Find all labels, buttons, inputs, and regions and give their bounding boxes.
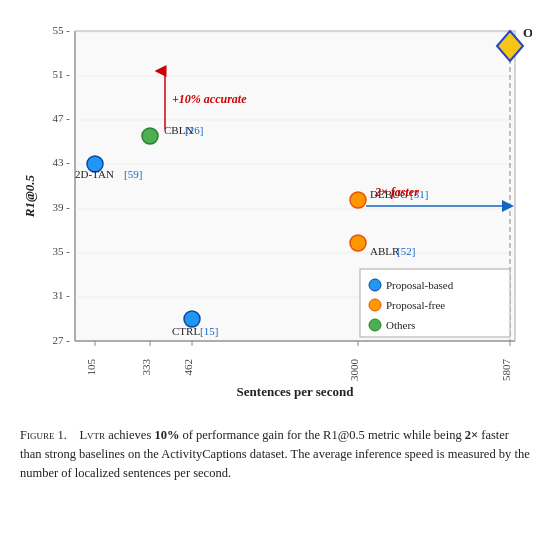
- xtick-5807: 5807: [500, 359, 512, 382]
- xtick-333: 333: [140, 359, 152, 376]
- main-container: R1@0.5 27 - 31 - 35 - 39 - 43 - 47 - 51 …: [0, 0, 552, 498]
- svg-point-23: [369, 299, 381, 311]
- svg-point-22: [369, 279, 381, 291]
- speed-gain: 2×: [465, 428, 478, 442]
- caption-text: Lvtr achieves 10% of performance gain fo…: [20, 428, 530, 480]
- chart-area: R1@0.5 27 - 31 - 35 - 39 - 43 - 47 - 51 …: [20, 16, 532, 416]
- label-cbln-ref: [26]: [185, 124, 203, 136]
- legend-others: Others: [386, 319, 415, 331]
- svg-point-24: [369, 319, 381, 331]
- y-axis-label: R1@0.5: [22, 174, 37, 218]
- chart-svg: R1@0.5 27 - 31 - 35 - 39 - 43 - 47 - 51 …: [20, 16, 532, 416]
- ytick-39: 39 -: [53, 201, 71, 213]
- annotation-accurate: +10% accurate: [172, 92, 247, 106]
- point-cbln: [142, 128, 158, 144]
- label-ablr-ref: [52]: [397, 245, 415, 257]
- xtick-462: 462: [182, 359, 194, 376]
- label-2dtan: 2D-TAN: [75, 168, 114, 180]
- ytick-55: 55 -: [53, 24, 71, 36]
- label-2dtan-ref: [59]: [124, 168, 142, 180]
- label-ablr: ABLR: [370, 245, 400, 257]
- point-debug: [350, 192, 366, 208]
- ytick-51: 51 -: [53, 68, 71, 80]
- legend-proposal-based: Proposal-based: [386, 279, 454, 291]
- label-ctrl-ref: [15]: [200, 325, 218, 337]
- figure-label: Figure 1.: [20, 428, 67, 442]
- annotation-faster: 2× faster: [374, 185, 419, 199]
- ytick-35: 35 -: [53, 245, 71, 257]
- xtick-3000: 3000: [348, 359, 360, 382]
- ytick-31: 31 -: [53, 289, 71, 301]
- point-ablr: [350, 235, 366, 251]
- xtick-105: 105: [85, 359, 97, 376]
- x-axis-label: Sentences per second: [237, 384, 355, 399]
- ytick-43: 43 -: [53, 156, 71, 168]
- label-ours: OURS: [523, 25, 532, 40]
- lvtr-label: Lvtr: [79, 428, 105, 442]
- perf-gain: 10%: [154, 428, 179, 442]
- ytick-47: 47 -: [53, 112, 71, 124]
- legend-proposal-free: Proposal-free: [386, 299, 445, 311]
- label-ctrl: CTRL: [172, 325, 200, 337]
- ytick-27: 27 -: [53, 334, 71, 346]
- figure-caption: Figure 1. Lvtr achieves 10% of performan…: [20, 426, 532, 482]
